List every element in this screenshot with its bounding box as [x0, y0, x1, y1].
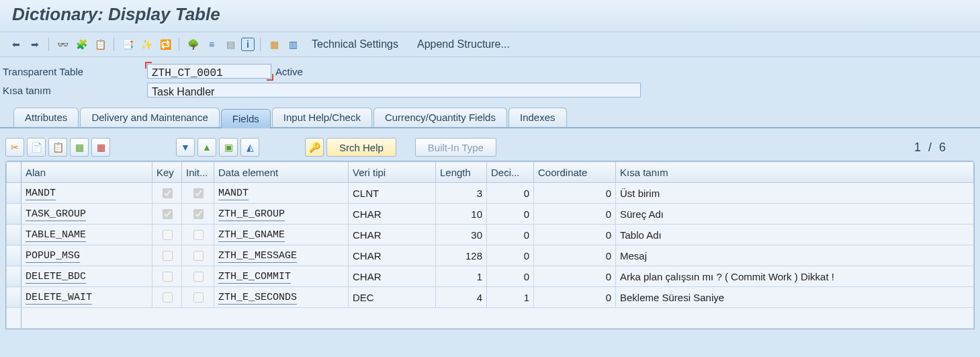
table-row[interactable] [7, 308, 974, 329]
tab-delivery[interactable]: Delivery and Maintenance [80, 108, 219, 127]
row-selector[interactable] [7, 266, 21, 287]
cell-key[interactable] [152, 183, 182, 204]
table-row[interactable]: TASK_GROUPZTH_E_GROUPCHAR1000Süreç Adı [7, 204, 974, 225]
page-title: Dictionary: Display Table [12, 4, 968, 25]
select-all-icon[interactable]: ▣ [219, 138, 238, 157]
table-row[interactable]: DELETE_BDCZTH_E_COMMITCHAR100Arka plan ç… [7, 266, 974, 287]
table-name-field[interactable]: ZTH_CT_0001 [147, 64, 271, 79]
cell-key[interactable] [152, 204, 182, 225]
wand-icon[interactable]: ✨ [138, 36, 154, 52]
cell-data-element[interactable]: ZTH_E_MESSAGE [214, 245, 349, 266]
col-key[interactable]: Key [152, 162, 182, 183]
cell-description: Süreç Adı [616, 204, 974, 225]
cell-alan[interactable]: DELETE_WAIT [21, 287, 152, 308]
contents-icon[interactable]: ▥ [285, 36, 301, 52]
expand-icon[interactable]: ▼ [176, 138, 195, 157]
table-row[interactable]: DELETE_WAITZTH_E_SECONDSDEC410Bekleme Sü… [7, 287, 974, 308]
col-coordinate[interactable]: Coordinate [534, 162, 616, 183]
cell-description: Arka plan çalışsın mı ? ( Commit Work ) … [616, 266, 974, 287]
list-icon[interactable]: ▤ [222, 36, 238, 52]
check-icon[interactable]: 📋 [92, 36, 108, 52]
cell-data-element[interactable]: MANDT [214, 183, 349, 204]
technical-settings-button[interactable]: Technical Settings [304, 38, 406, 50]
tabstrip: Attributes Delivery and Maintenance Fiel… [0, 107, 980, 128]
cell-alan[interactable]: DELETE_BDC [21, 266, 152, 287]
cell-veri-tipi: CHAR [349, 225, 436, 245]
col-short-desc[interactable]: Kısa tanım [616, 162, 974, 183]
tab-fields[interactable]: Fields [221, 109, 271, 128]
col-alan[interactable]: Alan [21, 162, 152, 183]
cell-data-element[interactable]: ZTH_E_COMMIT [214, 266, 349, 287]
activate-icon[interactable]: 📑 [120, 36, 136, 52]
cell-key[interactable] [152, 287, 182, 308]
cell-key[interactable] [152, 266, 182, 287]
graphic-icon[interactable]: ▦ [266, 36, 282, 52]
cell-key[interactable] [152, 225, 182, 245]
cell-alan[interactable]: TASK_GROUP [21, 204, 152, 225]
tab-input-help[interactable]: Input Help/Check [272, 108, 372, 127]
cell-init[interactable] [182, 225, 214, 245]
row-counter: 1 / 6 [914, 141, 948, 155]
info-icon[interactable]: i [241, 38, 255, 51]
search-help-button[interactable]: Srch Help [326, 138, 396, 157]
back-icon[interactable]: ⬅ [8, 36, 24, 52]
cell-init[interactable] [182, 204, 214, 225]
insert-row-icon[interactable]: ▦ [70, 138, 89, 157]
cell-length: 128 [436, 245, 487, 266]
cell-veri-tipi: CHAR [349, 245, 436, 266]
table-row[interactable]: POPUP_MSGZTH_E_MESSAGECHAR12800Mesaj [7, 245, 974, 266]
cell-key[interactable] [152, 245, 182, 266]
cell-alan[interactable]: POPUP_MSG [21, 245, 152, 266]
cell-init[interactable] [182, 287, 214, 308]
row-selector[interactable] [7, 245, 21, 266]
cell-decimals: 0 [487, 266, 534, 287]
tab-attributes[interactable]: Attributes [13, 108, 79, 127]
cell-alan[interactable]: MANDT [21, 183, 152, 204]
collapse-icon[interactable]: ▲ [197, 138, 216, 157]
cell-coordinate: 0 [534, 204, 616, 225]
cut-icon[interactable]: ✂ [5, 138, 24, 157]
cell-init[interactable] [182, 266, 214, 287]
cell-alan[interactable]: TABLE_NAME [21, 225, 152, 245]
row-selector[interactable] [7, 287, 21, 308]
hierarchy-icon[interactable]: 🌳 [185, 36, 201, 52]
col-veri-tipi[interactable]: Veri tipi [349, 162, 436, 183]
forward-icon[interactable]: ➡ [27, 36, 43, 52]
paste-icon[interactable]: 📋 [48, 138, 67, 157]
cell-coordinate: 0 [534, 225, 616, 245]
display-toggle-icon[interactable]: 👓 [54, 36, 71, 52]
col-selector[interactable] [7, 162, 21, 183]
cell-init[interactable] [182, 245, 214, 266]
cell-decimals: 0 [487, 245, 534, 266]
row-selector[interactable] [7, 204, 21, 225]
built-in-type-button[interactable]: Built-In Type [415, 138, 496, 157]
col-decimals[interactable]: Deci... [487, 162, 534, 183]
align-icon[interactable]: ≡ [204, 36, 220, 52]
short-desc-field[interactable]: Task Handler [147, 83, 641, 97]
deselect-icon[interactable]: ◭ [240, 138, 259, 157]
table-row[interactable]: MANDTMANDTCLNT300Üst birim [7, 183, 974, 204]
where-used-icon[interactable]: 🔁 [157, 36, 173, 52]
cell-data-element[interactable]: ZTH_E_GNAME [214, 225, 349, 245]
tab-currency[interactable]: Currency/Quantity Fields [373, 108, 507, 127]
cell-veri-tipi: CHAR [349, 204, 436, 225]
row-selector[interactable] [7, 225, 21, 245]
col-data-element[interactable]: Data element [214, 162, 349, 183]
delete-row-icon[interactable]: ▦ [91, 138, 110, 157]
cell-veri-tipi: CLNT [349, 183, 436, 204]
cell-data-element[interactable]: ZTH_E_GROUP [214, 204, 349, 225]
cell-coordinate: 0 [534, 245, 616, 266]
row-selector[interactable] [7, 183, 21, 204]
col-init[interactable]: Init... [182, 162, 214, 183]
cell-init[interactable] [182, 183, 214, 204]
header-area: Transparent Table ZTH_CT_0001 Active Kıs… [0, 57, 980, 107]
cell-description: Bekleme Süresi Saniye [616, 287, 974, 308]
tab-indexes[interactable]: Indexes [508, 108, 567, 127]
cell-data-element[interactable]: ZTH_E_SECONDS [214, 287, 349, 308]
table-row[interactable]: TABLE_NAMEZTH_E_GNAMECHAR3000Tablo Adı [7, 225, 974, 245]
copy-icon[interactable]: 📄 [27, 138, 46, 157]
append-structure-button[interactable]: Append Structure... [409, 38, 518, 50]
other-object-icon[interactable]: 🧩 [73, 36, 89, 52]
key-icon[interactable]: 🔑 [305, 138, 324, 157]
col-length[interactable]: Length [436, 162, 487, 183]
